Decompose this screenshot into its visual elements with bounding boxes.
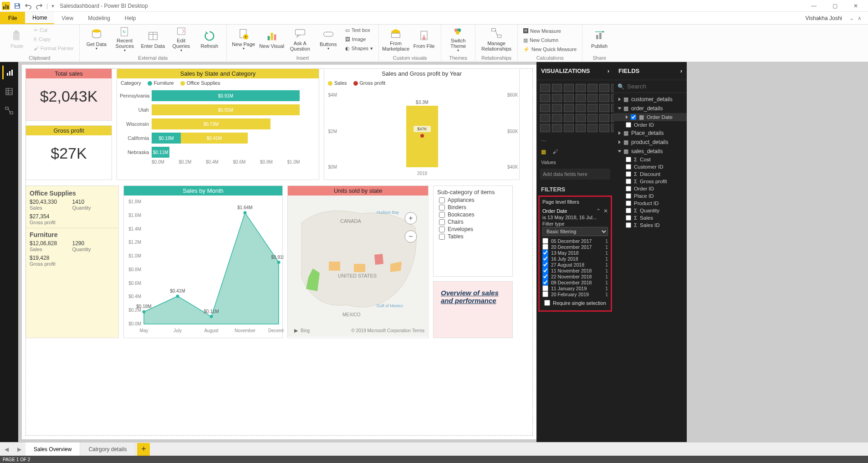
values-drop-area[interactable]: Add data fields here (540, 169, 610, 180)
viz-type-icon[interactable] (552, 114, 562, 122)
recent-sources-button[interactable]: ↻Recent Sources▾ (112, 26, 138, 53)
buttons-button[interactable]: Buttons▾ (315, 26, 342, 53)
data-view-icon[interactable] (2, 85, 16, 98)
viz-type-icon[interactable] (564, 94, 574, 102)
viz-type-icon[interactable] (599, 84, 609, 92)
card-overview-text[interactable]: Overview of sales and performance (433, 281, 513, 338)
image-button[interactable]: 🖼Image (343, 35, 375, 44)
filter-date-row[interactable]: 20 February 20191 (542, 291, 608, 297)
user-dropdown-icon[interactable]: ⌄ (849, 15, 854, 21)
card-gross-profit[interactable]: Gross profit $27K (26, 125, 112, 180)
viz-type-icon[interactable] (576, 104, 586, 112)
new-quick-measure-button[interactable]: ⚡New Quick Measure (521, 45, 578, 54)
page-tab-1[interactable]: Sales Overview (26, 442, 80, 456)
viz-type-icon[interactable] (552, 94, 562, 102)
from-file-button[interactable]: From File (411, 26, 437, 53)
viz-type-icon[interactable] (564, 124, 574, 132)
field-cost[interactable]: ΣCost (614, 156, 687, 163)
user-name[interactable]: Vishakha Joshi (806, 15, 842, 21)
tab-help[interactable]: Help (117, 12, 143, 24)
filter-date-row[interactable]: 05 December 20171 (542, 238, 608, 244)
fields-well-icon[interactable]: ▦ (541, 149, 546, 155)
tab-view[interactable]: View (54, 12, 81, 24)
ask-question-button[interactable]: Ask A Question (287, 26, 313, 53)
qat-dropdown-icon[interactable]: ▾ (51, 3, 54, 9)
filter-date-row[interactable]: 27 August 20181 (542, 262, 608, 268)
close-icon[interactable]: ✕ (845, 0, 866, 12)
filter-date-row[interactable]: 22 November 20181 (542, 273, 608, 279)
copy-button[interactable]: ⎘Copy (32, 35, 76, 44)
viz-type-icon[interactable] (540, 104, 550, 112)
publish-button[interactable]: Publish (586, 26, 613, 53)
new-visual-button[interactable]: New Visual (259, 26, 285, 53)
from-marketplace-button[interactable]: From Marketplace (383, 26, 409, 53)
field-quantity[interactable]: ΣQuantity (614, 207, 687, 214)
require-single-checkbox[interactable] (544, 300, 550, 306)
viz-type-icon[interactable] (599, 114, 609, 122)
viz-type-icon[interactable] (564, 114, 574, 122)
subcat-item[interactable]: Tables (437, 233, 509, 240)
collapse-viz-icon[interactable]: › (608, 67, 609, 74)
chart-sales-by-state[interactable]: Sales by State and Category Category Fur… (117, 68, 319, 180)
viz-type-icon[interactable] (564, 84, 574, 92)
table-place-details[interactable]: ▦Place_details (614, 129, 687, 138)
filter-date-row[interactable]: 11 November 20181 (542, 268, 608, 273)
new-column-button[interactable]: ▥New Column (521, 36, 578, 45)
viz-type-icon[interactable] (587, 114, 597, 122)
format-well-icon[interactable]: 🖌 (552, 149, 558, 155)
viz-type-icon[interactable] (587, 94, 597, 102)
field-place-id[interactable]: Place ID (614, 192, 687, 200)
table-customer-details[interactable]: ▦customer_details (614, 95, 687, 104)
enter-data-button[interactable]: Enter Data (140, 26, 166, 53)
manage-relationships-button[interactable]: Manage Relationships (479, 26, 514, 53)
viz-type-icon[interactable] (552, 124, 562, 132)
format-painter-button[interactable]: 🖌Format Painter (32, 44, 76, 53)
viz-type-icon[interactable] (552, 84, 562, 92)
subcat-item[interactable]: Binders (437, 204, 509, 211)
field-order-date[interactable]: ▦Order Date (614, 113, 687, 121)
viz-type-icon[interactable] (576, 94, 586, 102)
viz-type-icon[interactable] (576, 124, 586, 132)
field-product-id[interactable]: Product ID (614, 200, 687, 207)
save-icon[interactable] (14, 2, 21, 10)
filter-date-row[interactable]: 16 July 20181 (542, 256, 608, 262)
chart-sales-by-month[interactable]: Sales by Month $0.0M$0.2M$0.4M$0.6M$0.8M… (123, 185, 283, 338)
new-measure-button[interactable]: 🅼New Measure (521, 26, 578, 36)
slicer-subcategory[interactable]: Sub-category of items Appliances Binders… (433, 185, 513, 277)
subcat-item[interactable]: Bookcases (437, 211, 509, 218)
maximize-icon[interactable]: ▢ (824, 0, 845, 12)
tabs-prev-icon[interactable]: ◀ (0, 446, 13, 453)
table-order-details[interactable]: ▦order_details (614, 104, 687, 113)
field-sales[interactable]: ΣSales (614, 214, 687, 221)
collapse-fields-icon[interactable]: › (680, 67, 682, 74)
paste-button[interactable]: Paste (4, 26, 30, 53)
viz-type-icon[interactable] (599, 104, 609, 112)
filter-date-row[interactable]: 13 May 20181 (542, 250, 608, 256)
viz-type-icon[interactable] (564, 104, 574, 112)
field-sales-id[interactable]: ΣSales ID (614, 221, 687, 229)
viz-type-icon[interactable] (576, 114, 586, 122)
viz-type-icon[interactable] (576, 84, 586, 92)
field-customer-id[interactable]: Customer ID (614, 163, 687, 170)
viz-type-icon[interactable] (540, 124, 550, 132)
viz-type-icon[interactable] (587, 84, 597, 92)
viz-type-icon[interactable] (587, 124, 597, 132)
tabs-next-icon[interactable]: ▶ (13, 446, 26, 453)
viz-type-icon[interactable] (540, 84, 550, 92)
card-summary[interactable]: Office Supplies $20,43,330Sales 1410Quan… (26, 185, 119, 338)
tab-home[interactable]: Home (25, 12, 54, 24)
minimize-icon[interactable]: — (803, 0, 824, 12)
collapse-filter-icon[interactable]: ⌃ (596, 208, 601, 214)
viz-type-icon[interactable] (599, 124, 609, 132)
report-canvas[interactable]: Total sales $2,043K Gross profit $27K Sa… (22, 65, 536, 439)
viz-type-icon[interactable] (540, 114, 550, 122)
undo-icon[interactable] (25, 2, 32, 10)
map-units-sold[interactable]: Units sold by state CANADA UNITED STATES… (287, 185, 429, 338)
page-tab-2[interactable]: Catrgory details (80, 442, 135, 456)
filter-date-row[interactable]: 11 January 20191 (542, 285, 608, 291)
filter-date-row[interactable]: 20 December 20171 (542, 244, 608, 250)
viz-type-icon[interactable] (599, 94, 609, 102)
edit-queries-button[interactable]: Edit Queries▾ (168, 26, 194, 53)
subcat-item[interactable]: Envelopes (437, 226, 509, 233)
redo-icon[interactable] (36, 2, 43, 10)
